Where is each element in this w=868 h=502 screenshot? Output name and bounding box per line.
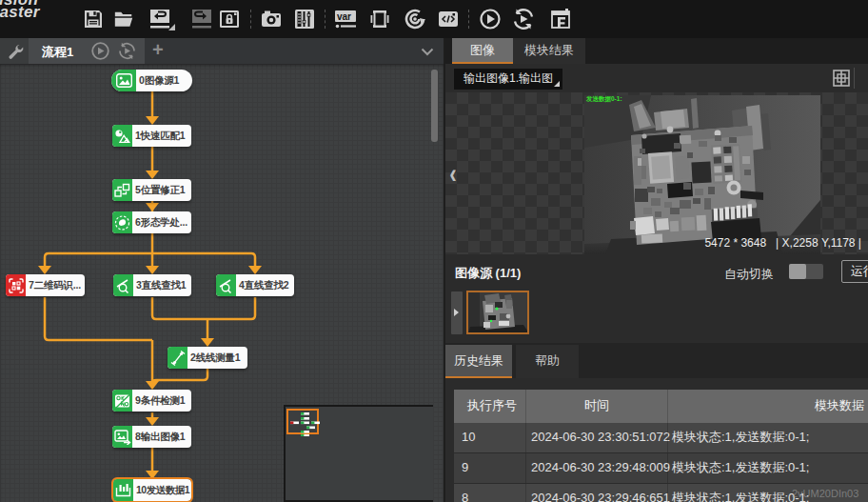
- svg-text:var: var: [337, 11, 351, 22]
